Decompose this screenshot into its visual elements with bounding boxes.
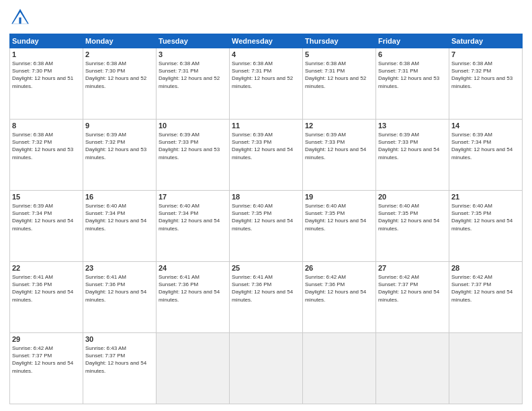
day-number: 5 xyxy=(305,50,373,58)
calendar-day-15: 15Sunrise: 6:39 AMSunset: 7:34 PMDayligh… xyxy=(10,191,83,262)
calendar-week-3: 15Sunrise: 6:39 AMSunset: 7:34 PMDayligh… xyxy=(10,191,523,262)
day-number: 14 xyxy=(451,122,520,130)
day-info: Sunrise: 6:39 AMSunset: 7:32 PMDaylight:… xyxy=(85,132,146,161)
day-info: Sunrise: 6:42 AMSunset: 7:37 PMDaylight:… xyxy=(12,345,73,374)
day-info: Sunrise: 6:40 AMSunset: 7:35 PMDaylight:… xyxy=(232,203,293,232)
day-info: Sunrise: 6:38 AMSunset: 7:31 PMDaylight:… xyxy=(378,60,439,89)
calendar-day-6: 6Sunrise: 6:38 AMSunset: 7:31 PMDaylight… xyxy=(376,48,449,120)
day-info: Sunrise: 6:39 AMSunset: 7:33 PMDaylight:… xyxy=(305,132,366,161)
calendar-day-22: 22Sunrise: 6:41 AMSunset: 7:36 PMDayligh… xyxy=(10,262,83,333)
day-number: 24 xyxy=(159,264,227,272)
day-number: 25 xyxy=(232,264,300,272)
day-info: Sunrise: 6:41 AMSunset: 7:36 PMDaylight:… xyxy=(232,274,293,303)
calendar-day-29: 29Sunrise: 6:42 AMSunset: 7:37 PMDayligh… xyxy=(10,333,83,404)
day-number: 2 xyxy=(85,50,154,58)
day-info: Sunrise: 6:42 AMSunset: 7:36 PMDaylight:… xyxy=(305,274,366,303)
empty-cell xyxy=(157,333,230,404)
day-info: Sunrise: 6:42 AMSunset: 7:37 PMDaylight:… xyxy=(378,274,439,303)
calendar-day-2: 2Sunrise: 6:38 AMSunset: 7:30 PMDaylight… xyxy=(83,48,157,120)
day-number: 3 xyxy=(159,50,227,58)
calendar-week-1: 1Sunrise: 6:38 AMSunset: 7:30 PMDaylight… xyxy=(10,48,523,120)
calendar-week-4: 22Sunrise: 6:41 AMSunset: 7:36 PMDayligh… xyxy=(10,262,523,333)
day-info: Sunrise: 6:43 AMSunset: 7:37 PMDaylight:… xyxy=(85,345,146,374)
day-header-thursday: Thursday xyxy=(303,34,376,48)
calendar-day-3: 3Sunrise: 6:38 AMSunset: 7:31 PMDaylight… xyxy=(157,48,230,120)
day-number: 21 xyxy=(451,193,520,201)
day-number: 20 xyxy=(378,193,447,201)
empty-cell xyxy=(303,333,376,404)
calendar-day-26: 26Sunrise: 6:42 AMSunset: 7:36 PMDayligh… xyxy=(303,262,376,333)
empty-cell xyxy=(449,333,523,404)
day-number: 18 xyxy=(232,193,300,201)
day-header-friday: Friday xyxy=(376,34,449,48)
calendar-day-27: 27Sunrise: 6:42 AMSunset: 7:37 PMDayligh… xyxy=(376,262,449,333)
day-info: Sunrise: 6:39 AMSunset: 7:34 PMDaylight:… xyxy=(451,132,513,161)
day-info: Sunrise: 6:39 AMSunset: 7:33 PMDaylight:… xyxy=(159,132,220,161)
day-number: 13 xyxy=(378,122,447,130)
calendar-week-5: 29Sunrise: 6:42 AMSunset: 7:37 PMDayligh… xyxy=(10,333,523,404)
calendar-day-4: 4Sunrise: 6:38 AMSunset: 7:31 PMDaylight… xyxy=(230,48,303,120)
calendar-day-10: 10Sunrise: 6:39 AMSunset: 7:33 PMDayligh… xyxy=(157,120,230,191)
day-info: Sunrise: 6:38 AMSunset: 7:32 PMDaylight:… xyxy=(451,60,513,89)
calendar-day-1: 1Sunrise: 6:38 AMSunset: 7:30 PMDaylight… xyxy=(10,48,83,120)
day-info: Sunrise: 6:38 AMSunset: 7:31 PMDaylight:… xyxy=(305,60,366,89)
calendar-day-14: 14Sunrise: 6:39 AMSunset: 7:34 PMDayligh… xyxy=(449,120,523,191)
empty-cell xyxy=(230,333,303,404)
calendar-day-5: 5Sunrise: 6:38 AMSunset: 7:31 PMDaylight… xyxy=(303,48,376,120)
day-number: 23 xyxy=(85,264,154,272)
calendar-day-19: 19Sunrise: 6:40 AMSunset: 7:35 PMDayligh… xyxy=(303,191,376,262)
day-header-wednesday: Wednesday xyxy=(230,34,303,48)
day-info: Sunrise: 6:38 AMSunset: 7:30 PMDaylight:… xyxy=(12,60,73,89)
calendar-day-9: 9Sunrise: 6:39 AMSunset: 7:32 PMDaylight… xyxy=(83,120,157,191)
calendar-day-25: 25Sunrise: 6:41 AMSunset: 7:36 PMDayligh… xyxy=(230,262,303,333)
day-number: 15 xyxy=(12,193,81,201)
day-info: Sunrise: 6:38 AMSunset: 7:32 PMDaylight:… xyxy=(12,132,73,161)
logo-icon xyxy=(9,7,31,28)
calendar-week-2: 8Sunrise: 6:38 AMSunset: 7:32 PMDaylight… xyxy=(10,120,523,191)
header xyxy=(9,7,523,28)
logo xyxy=(9,7,34,28)
day-number: 10 xyxy=(159,122,227,130)
day-info: Sunrise: 6:39 AMSunset: 7:33 PMDaylight:… xyxy=(378,132,439,161)
day-info: Sunrise: 6:41 AMSunset: 7:36 PMDaylight:… xyxy=(159,274,220,303)
calendar-day-20: 20Sunrise: 6:40 AMSunset: 7:35 PMDayligh… xyxy=(376,191,449,262)
day-number: 19 xyxy=(305,193,373,201)
day-number: 28 xyxy=(451,264,520,272)
day-info: Sunrise: 6:38 AMSunset: 7:30 PMDaylight:… xyxy=(85,60,146,89)
day-header-sunday: Sunday xyxy=(10,34,83,48)
page: SundayMondayTuesdayWednesdayThursdayFrid… xyxy=(0,0,532,411)
calendar-day-13: 13Sunrise: 6:39 AMSunset: 7:33 PMDayligh… xyxy=(376,120,449,191)
day-info: Sunrise: 6:40 AMSunset: 7:34 PMDaylight:… xyxy=(159,203,220,232)
day-number: 29 xyxy=(12,335,81,343)
calendar-day-21: 21Sunrise: 6:40 AMSunset: 7:35 PMDayligh… xyxy=(449,191,523,262)
day-number: 7 xyxy=(451,50,520,58)
day-number: 11 xyxy=(232,122,300,130)
calendar-table: SundayMondayTuesdayWednesdayThursdayFrid… xyxy=(9,34,523,404)
calendar-day-8: 8Sunrise: 6:38 AMSunset: 7:32 PMDaylight… xyxy=(10,120,83,191)
empty-cell xyxy=(376,333,449,404)
day-number: 17 xyxy=(159,193,227,201)
day-number: 1 xyxy=(12,50,81,58)
day-info: Sunrise: 6:41 AMSunset: 7:36 PMDaylight:… xyxy=(12,274,73,303)
calendar-day-11: 11Sunrise: 6:39 AMSunset: 7:33 PMDayligh… xyxy=(230,120,303,191)
day-number: 16 xyxy=(85,193,154,201)
day-number: 6 xyxy=(378,50,447,58)
day-info: Sunrise: 6:38 AMSunset: 7:31 PMDaylight:… xyxy=(232,60,293,89)
day-number: 26 xyxy=(305,264,373,272)
day-info: Sunrise: 6:42 AMSunset: 7:37 PMDaylight:… xyxy=(451,274,513,303)
calendar-day-17: 17Sunrise: 6:40 AMSunset: 7:34 PMDayligh… xyxy=(157,191,230,262)
day-info: Sunrise: 6:40 AMSunset: 7:35 PMDaylight:… xyxy=(451,203,513,232)
calendar-day-23: 23Sunrise: 6:41 AMSunset: 7:36 PMDayligh… xyxy=(83,262,157,333)
calendar-day-18: 18Sunrise: 6:40 AMSunset: 7:35 PMDayligh… xyxy=(230,191,303,262)
day-info: Sunrise: 6:38 AMSunset: 7:31 PMDaylight:… xyxy=(159,60,220,89)
day-number: 12 xyxy=(305,122,373,130)
calendar-day-16: 16Sunrise: 6:40 AMSunset: 7:34 PMDayligh… xyxy=(83,191,157,262)
day-header-saturday: Saturday xyxy=(449,34,523,48)
calendar-day-12: 12Sunrise: 6:39 AMSunset: 7:33 PMDayligh… xyxy=(303,120,376,191)
calendar-day-7: 7Sunrise: 6:38 AMSunset: 7:32 PMDaylight… xyxy=(449,48,523,120)
day-info: Sunrise: 6:39 AMSunset: 7:33 PMDaylight:… xyxy=(232,132,293,161)
day-number: 8 xyxy=(12,122,81,130)
calendar-day-30: 30Sunrise: 6:43 AMSunset: 7:37 PMDayligh… xyxy=(83,333,157,404)
day-info: Sunrise: 6:40 AMSunset: 7:34 PMDaylight:… xyxy=(85,203,146,232)
day-number: 22 xyxy=(12,264,81,272)
